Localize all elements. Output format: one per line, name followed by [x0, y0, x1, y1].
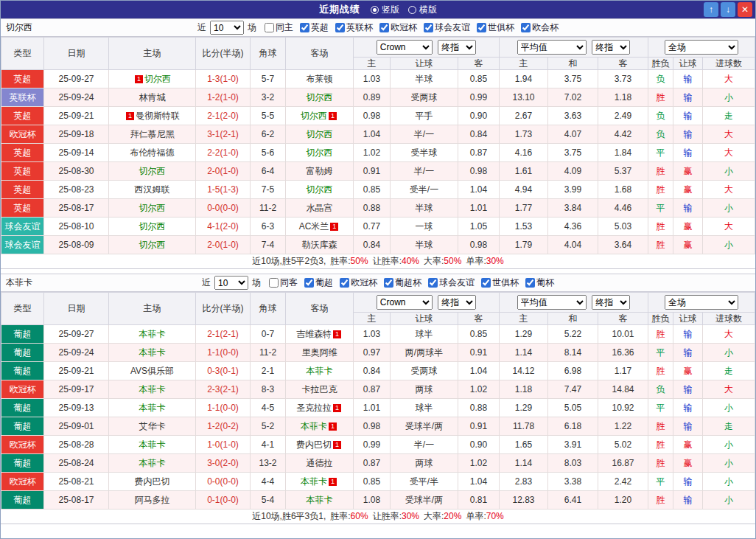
- team-section-header: 切尔西 近 10 场 同主英超英联杯欧冠杯球会友谊世俱杯欧会杯: [1, 18, 755, 37]
- team-label: AVS俱乐部: [130, 366, 174, 376]
- filter-checkbox[interactable]: [335, 23, 345, 32]
- home-team-cell: 本菲卡: [109, 344, 196, 362]
- asian-odds-cell: 两/两球半: [391, 344, 458, 362]
- filter-option[interactable]: 英超: [300, 21, 329, 34]
- asian-odds-cell: 0.87: [354, 454, 391, 473]
- euro-odds-cell: 7.47: [548, 380, 598, 399]
- filter-option[interactable]: 球会友谊: [428, 277, 475, 289]
- filter-option[interactable]: 欧冠杯: [340, 277, 377, 289]
- filter-checkbox[interactable]: [477, 23, 486, 32]
- layout-radio-group: 竖版 横版: [371, 4, 437, 16]
- filter-option[interactable]: 世俱杯: [481, 277, 519, 289]
- match-row: 葡超25-09-27本菲卡2-1(2-1)0-7吉维森特11.03球半0.851…: [1, 325, 755, 344]
- euro-source-select[interactable]: 平均值: [517, 40, 587, 55]
- filter-checkbox[interactable]: [521, 23, 531, 32]
- asian-odds-cell: 1.05: [458, 218, 500, 236]
- team-label: 阿马多拉: [135, 495, 170, 505]
- scroll-up-button[interactable]: ↑: [704, 2, 718, 17]
- result-cell: 输: [673, 399, 703, 417]
- score-cell: 2-0(1-0): [196, 162, 251, 181]
- titlebar: 近期战绩 竖版 横版 ↑ ↓ ✕: [1, 1, 755, 18]
- close-button[interactable]: ✕: [738, 2, 752, 17]
- euro-odds-cell: 6.18: [548, 417, 598, 436]
- filter-checkbox[interactable]: [265, 23, 274, 32]
- team-name: 本菲卡: [6, 277, 32, 289]
- result-cell: 胜: [648, 417, 673, 436]
- filter-option[interactable]: 葡超杯: [384, 277, 421, 289]
- result-cell: 输: [673, 325, 703, 344]
- scroll-down-button[interactable]: ↓: [721, 2, 735, 17]
- match-date: 25-08-24: [44, 454, 109, 473]
- odds-source-select[interactable]: Crown: [377, 40, 433, 55]
- euro-source-select[interactable]: 平均值: [517, 295, 587, 310]
- euro-time-select[interactable]: 终指: [592, 40, 630, 55]
- filter-checkbox[interactable]: [384, 278, 393, 288]
- filter-bar: 近 10 场 同客葡超欧冠杯葡超杯球会友谊世俱杯葡杯: [202, 276, 554, 290]
- corner-cell: 5-5: [251, 107, 286, 125]
- team-label: 本菲卡: [301, 421, 327, 431]
- team-label: 切尔西: [139, 221, 166, 232]
- asian-odds-cell: 0.99: [458, 88, 500, 107]
- filter-checkbox[interactable]: [304, 278, 314, 288]
- asian-odds-cell: 受两球: [391, 362, 458, 380]
- scope-select[interactable]: 全场: [665, 40, 738, 55]
- filter-option[interactable]: 葡杯: [525, 277, 554, 289]
- filter-option[interactable]: 世俱杯: [477, 21, 514, 34]
- filter-checkbox[interactable]: [424, 23, 433, 32]
- odds-time-select[interactable]: 终指: [438, 40, 476, 55]
- filter-label: 葡超杯: [395, 277, 421, 289]
- filter-option[interactable]: 英联杯: [335, 21, 373, 34]
- team-label: 本菲卡: [139, 458, 166, 468]
- euro-odds-cell: 1.73: [500, 125, 548, 144]
- away-team-cell: 本菲卡1: [286, 417, 354, 436]
- match-count-select[interactable]: 10: [214, 276, 248, 290]
- result-cell: 小: [703, 399, 755, 417]
- layout-radio-horizontal[interactable]: 横版: [408, 4, 437, 16]
- col-euro-away: 客: [598, 58, 648, 70]
- odds-time-select[interactable]: 终指: [438, 295, 476, 310]
- home-team-cell: 切尔西: [109, 162, 196, 181]
- stat-label: 大率:: [424, 256, 444, 266]
- match-count-select[interactable]: 10: [210, 21, 244, 35]
- filter-checkbox[interactable]: [525, 278, 535, 288]
- team-label: 切尔西: [139, 166, 166, 176]
- col-corner: 角球: [251, 293, 286, 325]
- scope-select[interactable]: 全场: [665, 295, 738, 310]
- filter-option[interactable]: 同客: [269, 277, 298, 289]
- euro-odds-cell: 6.41: [548, 491, 598, 510]
- result-cell: 赢: [673, 236, 703, 254]
- filter-checkbox[interactable]: [481, 278, 491, 288]
- filter-checkbox[interactable]: [269, 278, 279, 288]
- asian-odds-cell: 0.81: [458, 491, 500, 510]
- filter-option[interactable]: 欧会杯: [521, 21, 559, 34]
- team-label: 布莱顿: [307, 74, 333, 84]
- filter-option[interactable]: 球会友谊: [424, 21, 470, 34]
- summary-row: 近10场,胜5平2负3,胜率:50%让胜率:40%大率:50%单率:30%: [1, 254, 755, 269]
- team-label: 拜仁慕尼黑: [130, 129, 175, 139]
- team-label: 布伦特福德: [130, 147, 175, 158]
- team-label: 切尔西: [307, 92, 333, 102]
- filter-option[interactable]: 同主: [265, 21, 293, 34]
- col-home: 主场: [109, 293, 196, 325]
- euro-time-select[interactable]: 终指: [592, 295, 630, 310]
- filter-checkbox[interactable]: [300, 23, 309, 32]
- euro-odds-cell: 1.14: [500, 454, 548, 473]
- team-section: 切尔西 近 10 场 同主英超英联杯欧冠杯球会友谊世俱杯欧会杯 类型 日期 主场…: [1, 18, 755, 269]
- filter-checkbox[interactable]: [340, 278, 349, 288]
- away-team-cell: 切尔西: [286, 88, 354, 107]
- corner-cell: 4-1: [251, 436, 286, 454]
- layout-radio-vertical[interactable]: 竖版: [371, 4, 399, 16]
- filter-checkbox[interactable]: [379, 23, 389, 32]
- asian-odds-cell: 半球: [391, 70, 458, 88]
- result-cell: 大: [703, 380, 755, 399]
- filter-option[interactable]: 葡超: [304, 277, 333, 289]
- filter-option[interactable]: 欧冠杯: [379, 21, 417, 34]
- team-label: 本菲卡: [301, 476, 327, 487]
- league-type-badge: 葡超: [1, 399, 44, 417]
- result-cell: 小: [703, 454, 755, 473]
- result-cell: 赢: [673, 162, 703, 181]
- asian-odds-cell: 1.04: [458, 362, 500, 380]
- away-team-cell: 通德拉: [286, 454, 354, 473]
- filter-checkbox[interactable]: [428, 278, 438, 288]
- odds-source-select[interactable]: Crown: [377, 295, 433, 310]
